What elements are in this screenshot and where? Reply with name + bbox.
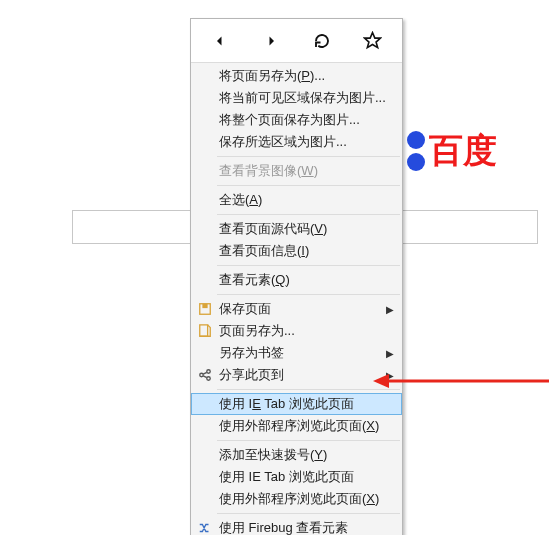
firebug-icon (197, 520, 213, 535)
svg-point-5 (207, 370, 211, 374)
menu-label: 使用外部程序浏览此页面(X) (219, 417, 379, 435)
page-save-as-icon (197, 323, 213, 339)
menu-label: 使用 IE Tab 浏览此页面 (219, 468, 354, 486)
menu-select-all[interactable]: 全选(A) (191, 189, 402, 211)
menu-save-as-bookmark[interactable]: 另存为书签 ▶ (191, 342, 402, 364)
svg-point-6 (207, 377, 211, 381)
menu-label: 使用 Firebug 查看元素 (219, 519, 348, 535)
menu-share-page[interactable]: 分享此页到 ▶ (191, 364, 402, 386)
menu-label: 查看页面信息(I) (219, 242, 309, 260)
nav-toolbar (191, 19, 402, 63)
back-icon (211, 32, 229, 50)
menu-save-page-as[interactable]: 将页面另存为(P)... (191, 65, 402, 87)
menu-label: 另存为书签 (219, 344, 284, 362)
menu-label: 分享此页到 (219, 366, 284, 384)
context-menu: 将页面另存为(P)... 将当前可见区域保存为图片... 将整个页面保存为图片.… (190, 18, 403, 535)
menu-label: 使用 IE Tab 浏览此页面 (219, 395, 354, 413)
submenu-arrow-icon: ▶ (386, 304, 394, 315)
menu-use-external[interactable]: 使用外部程序浏览此页面(X) (191, 415, 402, 437)
svg-rect-3 (200, 325, 208, 336)
back-button[interactable] (198, 23, 242, 59)
menu-use-ie-tab[interactable]: 使用 IE Tab 浏览此页面 (191, 393, 402, 415)
menu-label: 使用外部程序浏览此页面(X) (219, 490, 379, 508)
menu-use-ie-tab-2[interactable]: 使用 IE Tab 浏览此页面 (191, 466, 402, 488)
svg-rect-2 (202, 304, 207, 308)
menu-label: 添加至快速拨号(Y) (219, 446, 327, 464)
separator (217, 265, 400, 266)
bookmark-button[interactable] (351, 23, 395, 59)
menu-view-bg-image: 查看背景图像(W) (191, 160, 402, 182)
menu-add-speed-dial[interactable]: 添加至快速拨号(Y) (191, 444, 402, 466)
menu-label: 保存所选区域为图片... (219, 133, 347, 151)
baidu-paw-icon (407, 129, 427, 173)
menu-inspect-element[interactable]: 查看元素(Q) (191, 269, 402, 291)
menu-label: 将当前可见区域保存为图片... (219, 89, 386, 107)
svg-line-7 (203, 372, 207, 374)
reload-icon (313, 32, 331, 50)
menu-label: 查看页面源代码(V) (219, 220, 327, 238)
separator (217, 513, 400, 514)
menu-save-whole-as-image[interactable]: 将整个页面保存为图片... (191, 109, 402, 131)
menu-page-save-as[interactable]: 页面另存为... (191, 320, 402, 342)
share-icon (197, 367, 213, 383)
star-icon (363, 31, 382, 50)
menu-label: 将页面另存为(P)... (219, 67, 325, 85)
submenu-arrow-icon: ▶ (386, 348, 394, 359)
menu-view-page-info[interactable]: 查看页面信息(I) (191, 240, 402, 262)
svg-point-4 (200, 373, 204, 377)
menu-label: 查看背景图像(W) (219, 162, 318, 180)
menu-label: 将整个页面保存为图片... (219, 111, 360, 129)
baidu-logo-text: 百度 (429, 128, 497, 174)
forward-icon (262, 32, 280, 50)
menu-use-firebug[interactable]: 使用 Firebug 查看元素 (191, 517, 402, 535)
separator (217, 294, 400, 295)
menu-save-selection-as-image[interactable]: 保存所选区域为图片... (191, 131, 402, 153)
separator (217, 185, 400, 186)
menu-label: 保存页面 (219, 300, 271, 318)
menu-label: 查看元素(Q) (219, 271, 290, 289)
menu-label: 页面另存为... (219, 322, 295, 340)
menu-view-source[interactable]: 查看页面源代码(V) (191, 218, 402, 240)
separator (217, 214, 400, 215)
baidu-logo: 百度 (407, 128, 497, 174)
menu-label: 全选(A) (219, 191, 262, 209)
forward-button[interactable] (249, 23, 293, 59)
svg-marker-10 (373, 374, 389, 388)
reload-button[interactable] (300, 23, 344, 59)
menu-save-visible-as-image[interactable]: 将当前可见区域保存为图片... (191, 87, 402, 109)
annotation-arrow (373, 371, 549, 391)
separator (217, 440, 400, 441)
svg-line-8 (203, 376, 207, 378)
separator (217, 156, 400, 157)
menu-save-page[interactable]: 保存页面 ▶ (191, 298, 402, 320)
save-page-icon (197, 301, 213, 317)
svg-marker-0 (365, 33, 381, 48)
menu-use-external-2[interactable]: 使用外部程序浏览此页面(X) (191, 488, 402, 510)
